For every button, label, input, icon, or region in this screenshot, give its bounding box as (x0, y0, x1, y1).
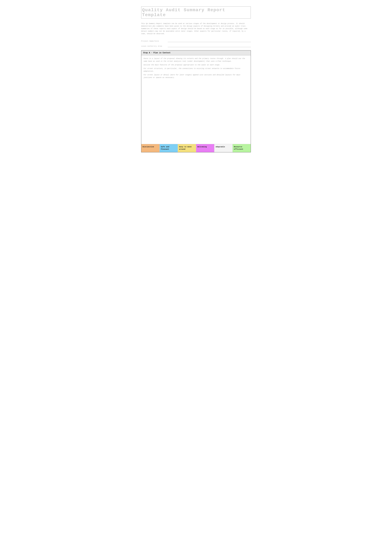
step-a-instruction-2: Outline the main features of the proposa… (143, 64, 249, 66)
intro-paragraph: This QA Summary Report template can be u… (141, 22, 251, 35)
step-a-header: Step A - Plan in Context (141, 51, 251, 55)
footer-cell-distinctive: Distinctive (141, 144, 160, 152)
footer-cell-resource: Resource efficient (233, 144, 251, 152)
step-a-instruction-3: For street structure, in particular, the… (143, 67, 249, 73)
authority-area-line[interactable] (168, 45, 251, 47)
step-a-section: Step A - Plan in Context Paste in a layo… (141, 50, 251, 152)
footer-cell-easy: Easy to move around (178, 144, 196, 152)
footer-cell-welcoming: Welcoming (196, 144, 214, 152)
authority-area-label: Local Authority Area (141, 45, 166, 47)
page-title: Quality Audit Summary Report Template (141, 6, 251, 19)
footer-bar: Distinctive Safe and Pleasant Easy to mo… (141, 144, 251, 152)
authority-area-field: Local Authority Area (141, 45, 251, 47)
step-a-instruction-4: For street layout or detail (more for la… (143, 73, 249, 79)
footer-cell-safe: Safe and Pleasant (160, 144, 178, 152)
step-a-body: Paste in a layout of the proposal showin… (141, 55, 251, 144)
footer-cell-adaptable: Adaptable (214, 144, 233, 152)
project-name-field: Project Name/Site (141, 40, 251, 42)
project-name-line[interactable] (168, 40, 251, 42)
step-a-instruction-1: Paste in a layout of the proposal showin… (143, 57, 249, 63)
project-name-label: Project Name/Site (141, 40, 166, 42)
